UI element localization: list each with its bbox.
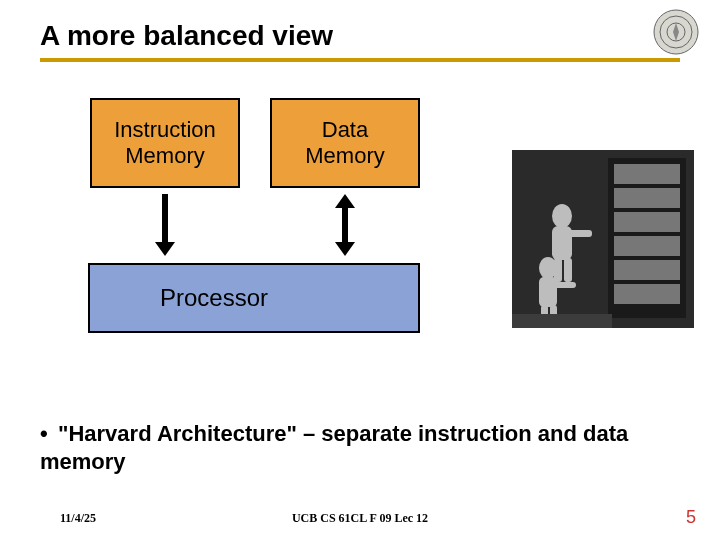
- architecture-diagram: Instruction Memory Data Memory Processor: [0, 98, 720, 388]
- data-memory-box: Data Memory: [270, 98, 420, 188]
- data-memory-label: Data Memory: [305, 117, 384, 170]
- eniac-photo-placeholder: [512, 150, 694, 328]
- slide-title: A more balanced view: [40, 20, 680, 52]
- title-rule: [40, 58, 680, 62]
- svg-point-16: [552, 204, 572, 228]
- footer-page-number: 5: [686, 507, 696, 528]
- instruction-memory-label: Instruction Memory: [114, 117, 216, 170]
- svg-rect-26: [512, 314, 612, 328]
- instruction-memory-box: Instruction Memory: [90, 98, 240, 188]
- svg-rect-18: [568, 230, 592, 237]
- arrow-down-icon: [153, 192, 177, 258]
- svg-rect-20: [564, 258, 572, 282]
- footer-course: UCB CS 61CL F 09 Lec 12: [0, 511, 720, 526]
- svg-rect-23: [554, 282, 576, 288]
- university-seal-icon: [652, 8, 700, 56]
- bullet-marker: •: [40, 420, 58, 448]
- bullet-point: •"Harvard Architecture" – separate instr…: [40, 420, 680, 475]
- svg-rect-15: [614, 284, 680, 304]
- svg-rect-22: [539, 277, 557, 307]
- title-area: A more balanced view: [0, 0, 720, 62]
- svg-rect-10: [614, 164, 680, 184]
- svg-marker-7: [335, 242, 355, 256]
- bullet-text: "Harvard Architecture" – separate instru…: [40, 421, 628, 474]
- svg-marker-5: [335, 194, 355, 208]
- svg-rect-12: [614, 212, 680, 232]
- svg-rect-13: [614, 236, 680, 256]
- svg-rect-11: [614, 188, 680, 208]
- svg-point-21: [539, 257, 557, 279]
- svg-marker-4: [155, 242, 175, 256]
- processor-label: Processor: [160, 284, 268, 312]
- svg-rect-14: [614, 260, 680, 280]
- processor-box: Processor: [88, 263, 420, 333]
- arrow-updown-icon: [333, 192, 357, 258]
